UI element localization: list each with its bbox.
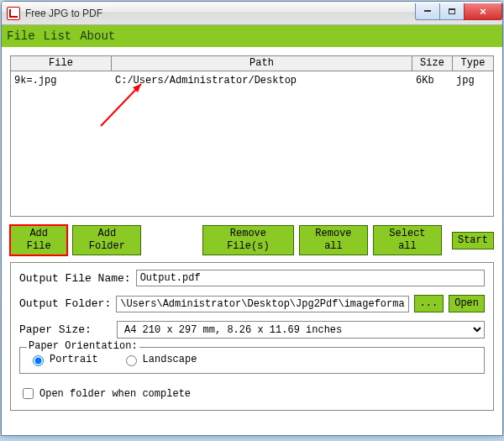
col-header-path[interactable]: Path	[112, 56, 412, 71]
browse-folder-button[interactable]: ...	[414, 295, 444, 312]
cell-file: 9k=.jpg	[11, 71, 112, 90]
portrait-radio[interactable]	[33, 355, 44, 366]
cell-type: jpg	[453, 71, 493, 90]
paper-orientation-group: Paper Orientation: Portrait Landscape	[19, 347, 485, 374]
col-header-size[interactable]: Size	[412, 56, 453, 71]
output-file-name-input[interactable]	[136, 270, 485, 286]
paper-orientation-legend: Paper Orientation:	[27, 340, 139, 352]
menu-list[interactable]: List	[44, 29, 72, 43]
col-header-file[interactable]: File	[11, 56, 112, 71]
maximize-button[interactable]	[439, 3, 465, 20]
output-folder-input[interactable]	[116, 296, 408, 312]
open-folder-button[interactable]: Open	[449, 295, 485, 312]
menu-about[interactable]: About	[80, 29, 115, 43]
select-all-button[interactable]: Select all	[373, 225, 442, 255]
window-title: Free JPG to PDF	[25, 8, 416, 19]
app-icon	[7, 7, 20, 20]
titlebar[interactable]: Free JPG to PDF ×	[2, 2, 502, 25]
table-header: File Path Size Type	[11, 56, 493, 71]
cell-path: C:/Users/Administrator/Desktop	[112, 71, 412, 90]
landscape-radio-label[interactable]: Landscape	[122, 353, 197, 366]
paper-size-label: Paper Size:	[19, 323, 112, 336]
output-panel: Output File Name: Output Folder: ... Ope…	[10, 262, 494, 411]
start-button[interactable]: Start	[452, 232, 494, 249]
remove-files-button[interactable]: Remove File(s)	[202, 225, 294, 255]
add-file-button[interactable]: Add File	[10, 225, 67, 255]
remove-all-button[interactable]: Remove all	[299, 225, 368, 255]
app-window: Free JPG to PDF × File List About File P…	[1, 1, 503, 436]
file-list-table[interactable]: File Path Size Type 9k=.jpg C:/Users/Adm…	[10, 55, 494, 217]
minimize-button[interactable]	[415, 3, 440, 20]
menu-file[interactable]: File	[7, 29, 35, 43]
add-folder-button[interactable]: Add Folder	[72, 225, 141, 255]
output-file-name-label: Output File Name:	[19, 272, 131, 285]
open-folder-complete-label: Open folder when complete	[39, 388, 191, 400]
paper-size-select[interactable]: A4 210 x 297 mm, 8.26 x 11.69 inches	[117, 321, 485, 339]
cell-size: 6Kb	[412, 71, 453, 90]
close-button[interactable]: ×	[464, 3, 502, 20]
col-header-type[interactable]: Type	[453, 56, 493, 71]
table-row[interactable]: 9k=.jpg C:/Users/Administrator/Desktop 6…	[11, 71, 493, 90]
output-folder-label: Output Folder:	[19, 297, 111, 310]
landscape-radio[interactable]	[126, 355, 137, 366]
open-folder-complete-checkbox[interactable]	[23, 388, 34, 399]
portrait-radio-label[interactable]: Portrait	[29, 353, 98, 366]
menubar: File List About	[2, 25, 502, 47]
